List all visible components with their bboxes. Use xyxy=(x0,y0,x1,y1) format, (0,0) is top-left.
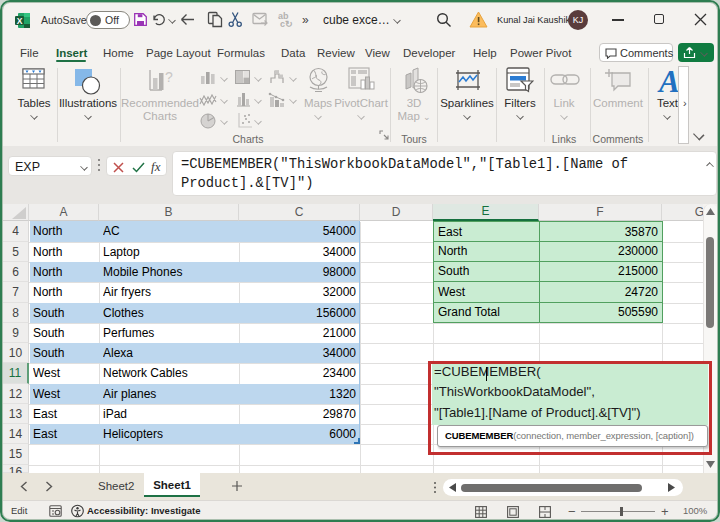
svg-text:?: ? xyxy=(165,69,173,85)
svg-text:X: X xyxy=(17,16,23,26)
